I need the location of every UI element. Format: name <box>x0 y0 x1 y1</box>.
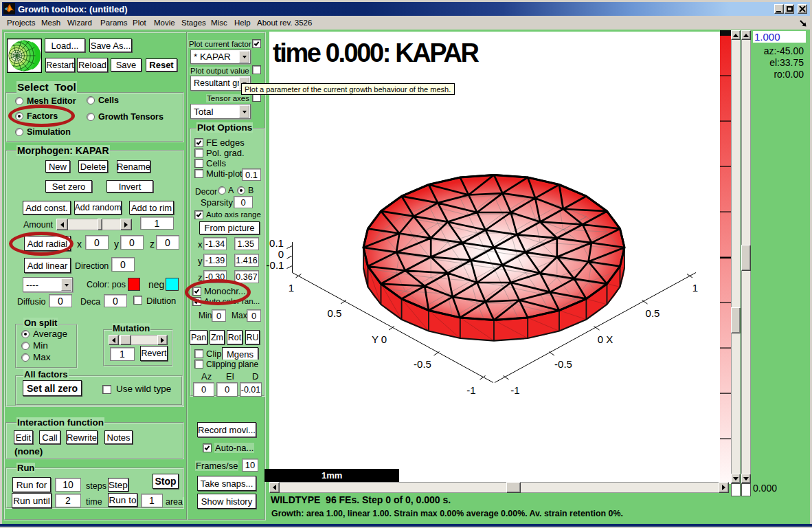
svg-text:0.5: 0.5 <box>328 307 342 319</box>
svg-text:-1: -1 <box>466 384 475 396</box>
svg-text:-0.5: -0.5 <box>414 358 431 370</box>
svg-text:Y 0: Y 0 <box>372 333 387 345</box>
svg-text:1: 1 <box>692 282 698 294</box>
svg-text:0: 0 <box>278 248 284 260</box>
svg-text:0 X: 0 X <box>598 333 613 345</box>
svg-text:-0.1: -0.1 <box>267 259 284 271</box>
svg-text:1: 1 <box>289 282 294 294</box>
svg-text:0.1: 0.1 <box>269 237 284 249</box>
svg-text:-0.5: -0.5 <box>554 358 572 370</box>
svg-text:-1: -1 <box>510 384 519 396</box>
svg-text:0.5: 0.5 <box>646 307 660 319</box>
